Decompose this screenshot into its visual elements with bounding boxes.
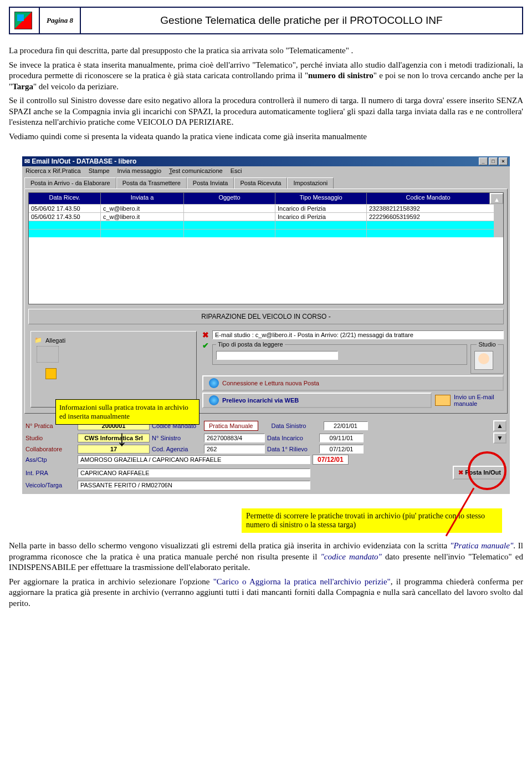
studio-legend: Studio (477, 341, 497, 348)
prelievo-web-button[interactable]: Prelievo incarichi via WEB (202, 393, 432, 408)
callout-scroll: Permette di scorrere le pratiche trovati… (242, 508, 502, 533)
grid-row[interactable]: 05/06/02 17.43.50 c_w@libero.it Incarico… (29, 204, 503, 212)
label-intpra: Int. PRA (25, 470, 75, 476)
cell: Incarico di Perizia (275, 205, 367, 212)
paragraph-6: Per aggiornare la pratica in archivio se… (9, 577, 523, 609)
tab-arrivo[interactable]: Posta in Arrivo - da Elaborare (24, 177, 116, 189)
text-emph: "Carico o Aggiorna la pratica nell'archi… (213, 577, 391, 586)
scrollbar[interactable] (494, 213, 503, 221)
scrollbar[interactable] (494, 221, 503, 229)
paragraph-intro: La procedura fin qui descritta, parte da… (9, 45, 523, 57)
connessione-button[interactable]: Connessione e Lettura nuova Posta (202, 375, 504, 391)
grid-row-cyan[interactable] (29, 221, 503, 229)
menu-ricerca[interactable]: Ricerca x Rif.Pratica (25, 167, 81, 174)
tipo-posta-group: Tipo di posta da leggere (212, 341, 467, 365)
grid-row-cyan[interactable] (29, 229, 503, 237)
paragraph-2: Se invece la pratica è stata inserita ma… (9, 60, 523, 93)
tab-trasmettere[interactable]: Posta da Trasmettere (116, 177, 187, 189)
field-datarilievo: 07/12/01 (319, 445, 364, 454)
grid-row[interactable]: 05/06/02 17.43.50 c_w@libero.it Incarico… (29, 212, 503, 221)
app-icon: ✉ (24, 157, 30, 165)
pratica-detail: N° Pratica 2000001 Codice Mandato Pratic… (22, 416, 510, 494)
grid-header: Data Ricev. Inviata a Oggetto Tipo Messa… (29, 193, 503, 204)
label-studio: Studio (25, 435, 75, 441)
cell (101, 221, 184, 229)
mail-grid[interactable]: Data Ricev. Inviata a Oggetto Tipo Messa… (28, 192, 504, 304)
field-nsinistro: 262700883/4 (204, 434, 265, 442)
record-down-button[interactable]: ▼ (493, 432, 507, 444)
cell: 05/06/02 17.43.50 (29, 205, 101, 212)
attachment-icon[interactable] (45, 368, 57, 379)
menu-esci[interactable]: Esci (231, 167, 242, 174)
cell: 232388212158392 (367, 205, 494, 212)
folder-icon: 📁 (34, 337, 42, 344)
cell (275, 230, 367, 237)
app-screenshot: ✉ Email In/Out - DATABASE - libero _ □ ×… (22, 156, 510, 494)
field-date-red: 07/12/01 (313, 455, 349, 465)
status-banner: RIPARAZIONE DEL VEICOLO IN CORSO - (28, 309, 504, 324)
field-collab: 17 (78, 445, 150, 454)
label-codagenzia: Cod. Agenzia (152, 446, 202, 452)
scroll-up[interactable]: ▲ (490, 193, 503, 204)
text: " del veicolo da periziare. (33, 82, 119, 91)
paragraph-5: Nella parte in basso dello schermo vengo… (9, 541, 523, 573)
cell: 05/06/02 17.43.50 (29, 213, 101, 221)
cell (184, 205, 275, 212)
text-bold: numero di sinistro (308, 71, 374, 80)
scrollbar[interactable] (494, 230, 503, 237)
window-title: Email In/Out - DATABASE - libero (32, 157, 136, 165)
tab-ricevuta[interactable]: Posta Ricevuta (234, 177, 287, 189)
label-collab: Collaboratore (25, 446, 75, 452)
field-datasin: 22/01/01 (324, 421, 368, 430)
tab-impostazioni[interactable]: Impostazioni (287, 177, 334, 189)
field-veicolo: PASSANTE FERITO / RM02706N (78, 481, 310, 490)
page-title: Gestione Telematica delle pratiche per i… (81, 14, 522, 27)
cell (367, 221, 494, 229)
text: Nella parte in basso dello schermo vengo… (9, 541, 450, 550)
label-assctp: Ass/Ctp (25, 456, 75, 463)
page-number: Pagina 8 (39, 8, 81, 33)
window-titlebar: ✉ Email In/Out - DATABASE - libero _ □ × (22, 156, 510, 166)
allegati-label: Allegati (45, 337, 65, 344)
pratica-manuale-badge: Pratica Manuale (204, 421, 258, 431)
cell (367, 230, 494, 237)
face-icon[interactable] (474, 351, 493, 370)
scrollbar[interactable] (494, 205, 503, 212)
cell (29, 230, 101, 237)
tipo-posta-input[interactable] (216, 351, 338, 360)
logo-icon (14, 12, 32, 29)
tab-inviata[interactable]: Posta Inviata (187, 177, 234, 189)
cell (275, 221, 367, 229)
label-datarilievo: Data 1° Rilievo (267, 446, 317, 452)
menu-stampe[interactable]: Stampe (89, 167, 110, 174)
menu-test[interactable]: Test comunicazione (169, 167, 223, 174)
cell: Incarico di Perizia (275, 213, 367, 221)
text: Per aggiornare la pratica in archivio se… (9, 577, 213, 586)
studio-group: Studio (470, 341, 504, 374)
minimize-button[interactable]: _ (479, 157, 488, 165)
invio-email-button[interactable]: Invio un E-mail manuale (454, 394, 504, 407)
field-codagenzia: 262 (204, 445, 265, 454)
x-icon: ✖ (202, 330, 209, 339)
mail-icon (435, 395, 451, 406)
field-intpra: CAPRICANO RAFFAELE (78, 468, 310, 477)
arrow-down-icon: ↓ (116, 426, 127, 451)
field-assctp: AMOROSO GRAZIELLA / CAPRICANO RAFFAELE (78, 455, 310, 464)
callout-info: Informazioni sulla pratica trovata in ar… (55, 399, 200, 425)
globe-icon (209, 378, 219, 388)
col-tipo: Tipo Messaggio (275, 193, 367, 204)
cell (101, 230, 184, 237)
maximize-button[interactable]: □ (489, 157, 498, 165)
label-nsinistro: N° Sinistro (152, 435, 202, 441)
menu-bar: Ricerca x Rif.Pratica Stampe Invia messa… (22, 166, 510, 175)
paragraph-4: Vediamo quindi come si presenta la videa… (9, 131, 523, 142)
field-dataincarico: 09/11/01 (319, 434, 364, 442)
button-label: Prelievo incarichi via WEB (222, 397, 299, 404)
menu-invia[interactable]: Invia messaggio (117, 167, 162, 174)
tipo-posta-legend: Tipo di posta da leggere (216, 341, 285, 348)
record-up-button[interactable]: ▲ (493, 420, 507, 431)
tab-row: Posta in Arrivo - da Elaborare Posta da … (22, 175, 510, 189)
cell (184, 213, 275, 221)
red-circle-annotation (468, 451, 507, 490)
close-button[interactable]: × (499, 157, 508, 165)
